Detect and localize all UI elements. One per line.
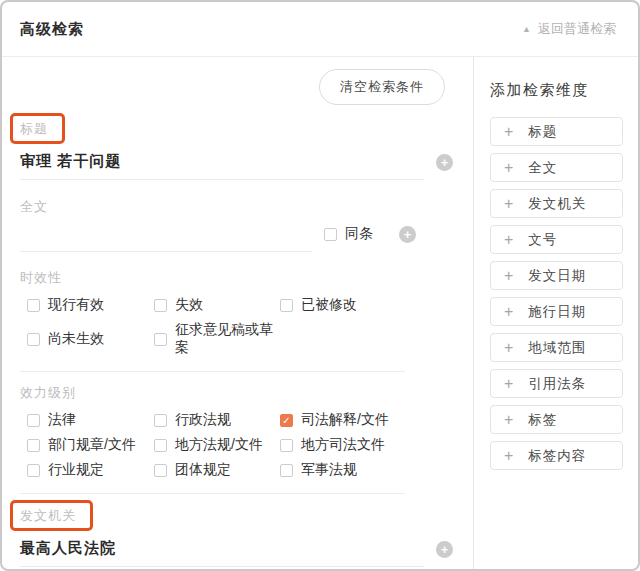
- checkbox-option[interactable]: 行业规定: [27, 461, 154, 479]
- plus-icon: +: [504, 304, 513, 320]
- checkbox-icon[interactable]: [280, 439, 293, 452]
- triangle-up-icon: ▲: [522, 25, 531, 34]
- content: 清空检索条件 标题 审理 若干问题 + 全文: [2, 57, 638, 569]
- issuing-authority-input[interactable]: 最高人民法院: [20, 531, 424, 567]
- effect-level-section: 效力级别 法律行政法规✓司法解释/文件部门规章/文件地方法规/文件地方司法文件行…: [20, 384, 453, 479]
- add-authority-condition-icon[interactable]: +: [436, 541, 453, 558]
- add-dimension-title: 添加检索维度: [490, 81, 623, 100]
- add-dimension-button[interactable]: +发文机关: [490, 189, 623, 218]
- title-input-value: 审理 若干问题: [20, 152, 121, 171]
- clear-conditions-button[interactable]: 清空检索条件: [319, 69, 445, 105]
- issuing-authority-section: 发文机关 最高人民法院 +: [20, 500, 453, 567]
- issuing-authority-label: 发文机关: [20, 508, 76, 523]
- add-dimension-label: 标签内容: [528, 447, 586, 465]
- same-clause-checkbox[interactable]: 同条: [324, 225, 373, 243]
- checkbox-checked-icon[interactable]: ✓: [280, 414, 293, 427]
- divider: [20, 371, 405, 372]
- checkbox-label: 部门规章/文件: [48, 436, 136, 454]
- checkbox-label: 失效: [175, 296, 203, 314]
- checkbox-option[interactable]: 部门规章/文件: [27, 436, 154, 454]
- checkbox-icon[interactable]: [154, 299, 167, 312]
- checkbox-option[interactable]: 尚未生效: [27, 321, 154, 357]
- add-dimension-button[interactable]: +全文: [490, 153, 623, 182]
- checkbox-label: 现行有效: [48, 296, 104, 314]
- back-to-simple-search-link[interactable]: ▲ 返回普通检索: [516, 19, 622, 39]
- issuing-authority-value: 最高人民法院: [20, 539, 116, 558]
- checkbox-icon[interactable]: [27, 439, 40, 452]
- add-title-condition-icon[interactable]: +: [436, 154, 453, 171]
- checkbox-option[interactable]: 已被修改: [280, 296, 453, 314]
- same-clause-label: 同条: [345, 225, 373, 243]
- checkbox-icon[interactable]: [27, 333, 40, 346]
- add-dimension-label: 引用法条: [528, 375, 586, 393]
- fulltext-input[interactable]: [20, 216, 312, 252]
- checkbox-icon[interactable]: [280, 299, 293, 312]
- add-dimension-button[interactable]: +文号: [490, 225, 623, 254]
- checkbox-option[interactable]: 军事法规: [280, 461, 453, 479]
- fulltext-field-section: 全文 同条 +: [20, 198, 453, 252]
- checkbox-option[interactable]: 行政法规: [154, 411, 280, 429]
- checkbox-label: 征求意见稿或草案: [175, 321, 280, 357]
- checkbox-label: 法律: [48, 411, 76, 429]
- effect-level-label: 效力级别: [20, 384, 453, 402]
- clear-row: 清空检索条件: [20, 69, 453, 105]
- checkbox-label: 地方司法文件: [301, 436, 385, 454]
- plus-icon: +: [504, 340, 513, 356]
- add-dimension-label: 文号: [528, 231, 557, 249]
- checkbox-icon[interactable]: [27, 464, 40, 477]
- checkbox-icon[interactable]: [154, 414, 167, 427]
- issuing-authority-label-highlight-box: 发文机关: [10, 500, 93, 531]
- plus-icon: +: [504, 196, 513, 212]
- checkbox-icon[interactable]: [154, 464, 167, 477]
- checkbox-icon[interactable]: [280, 464, 293, 477]
- checkbox-option[interactable]: ✓司法解释/文件: [280, 411, 453, 429]
- checkbox-option[interactable]: 现行有效: [27, 296, 154, 314]
- timeliness-label: 时效性: [20, 269, 453, 287]
- checkbox-option[interactable]: 地方司法文件: [280, 436, 453, 454]
- title-input[interactable]: 审理 若干问题: [20, 144, 424, 180]
- timeliness-options: 现行有效失效已被修改尚未生效征求意见稿或草案: [27, 296, 453, 357]
- add-dimension-button[interactable]: +发文日期: [490, 261, 623, 290]
- checkbox-label: 尚未生效: [48, 330, 104, 348]
- add-dimension-button[interactable]: +标题: [490, 117, 623, 146]
- add-fulltext-condition-icon[interactable]: +: [399, 226, 416, 243]
- checkbox-option[interactable]: 法律: [27, 411, 154, 429]
- add-dimension-label: 发文日期: [528, 267, 586, 285]
- plus-icon: +: [504, 268, 513, 284]
- plus-icon: +: [504, 412, 513, 428]
- add-dimension-button[interactable]: +地域范围: [490, 333, 623, 362]
- checkbox-label: 行业规定: [48, 461, 104, 479]
- add-dimension-button[interactable]: +标签: [490, 405, 623, 434]
- plus-icon: +: [504, 232, 513, 248]
- checkbox-label: 团体规定: [175, 461, 231, 479]
- checkbox-icon[interactable]: [154, 333, 167, 346]
- add-dimension-button[interactable]: +标签内容: [490, 441, 623, 470]
- checkbox-label: 已被修改: [301, 296, 357, 314]
- checkbox-label: 军事法规: [301, 461, 357, 479]
- checkbox-label: 行政法规: [175, 411, 231, 429]
- search-form: 清空检索条件 标题 审理 若干问题 + 全文: [2, 57, 473, 569]
- plus-icon: +: [504, 376, 513, 392]
- checkbox-icon[interactable]: [27, 299, 40, 312]
- add-dimension-button[interactable]: +施行日期: [490, 297, 623, 326]
- checkbox-icon[interactable]: [324, 228, 337, 241]
- add-dimension-label: 地域范围: [528, 339, 586, 357]
- title-label-highlight-box: 标题: [10, 113, 65, 144]
- checkbox-icon[interactable]: [27, 414, 40, 427]
- divider: [20, 493, 405, 494]
- checkbox-icon[interactable]: [154, 439, 167, 452]
- checkbox-option[interactable]: 征求意见稿或草案: [154, 321, 280, 357]
- add-dimension-label: 标题: [528, 123, 557, 141]
- add-dimension-label: 标签: [528, 411, 557, 429]
- checkbox-option[interactable]: 失效: [154, 296, 280, 314]
- back-link-label: 返回普通检索: [538, 20, 616, 38]
- add-dimension-panel: 添加检索维度 +标题+全文+发文机关+文号+发文日期+施行日期+地域范围+引用法…: [473, 57, 638, 569]
- checkbox-label: 地方法规/文件: [175, 436, 263, 454]
- dimension-list: +标题+全文+发文机关+文号+发文日期+施行日期+地域范围+引用法条+标签+标签…: [490, 117, 623, 470]
- plus-icon: +: [504, 160, 513, 176]
- checkbox-option[interactable]: 地方法规/文件: [154, 436, 280, 454]
- checkbox-option[interactable]: 团体规定: [154, 461, 280, 479]
- add-dimension-label: 施行日期: [528, 303, 586, 321]
- fulltext-field-label: 全文: [20, 198, 453, 216]
- add-dimension-button[interactable]: +引用法条: [490, 369, 623, 398]
